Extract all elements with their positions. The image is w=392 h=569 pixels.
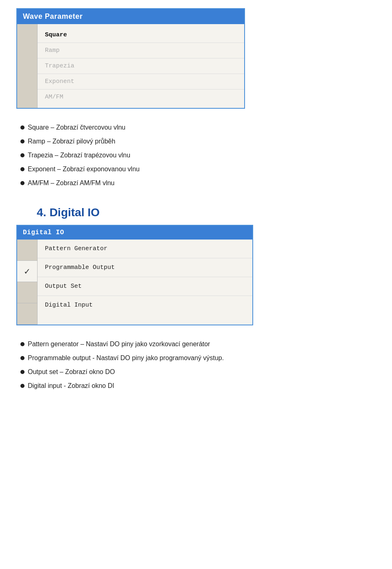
digital-io-sidebar — [17, 240, 38, 325]
bullet-dot — [20, 356, 24, 360]
wave-parameter-item[interactable]: AM/FM — [38, 90, 244, 105]
bottom-bullet-text: Pattern generator – Nastaví DO piny jako… — [28, 338, 210, 351]
bullet-item: Ramp – Zobrazí pilový průběh — [20, 135, 376, 148]
bullet-dot — [20, 153, 24, 157]
bullet-dot — [20, 167, 24, 171]
bottom-bullet-text: Output set – Zobrazí okno DO — [28, 365, 115, 379]
wave-parameter-sidebar — [17, 24, 38, 108]
bullet-dot — [20, 139, 24, 143]
digital-io-item[interactable]: Programmable Output — [38, 258, 252, 277]
bottom-bullet-text: Digital input - Zobrazí okno DI — [28, 379, 114, 392]
wave-parameter-header: Wave Parameter — [17, 9, 244, 24]
sidebar-cell — [17, 240, 37, 261]
bullet-item: Square – Zobrazí čtvercovou vlnu — [20, 121, 376, 134]
bullet-dot — [20, 342, 24, 346]
bullet-text: Exponent – Zobrazí exponovanou vlnu — [28, 163, 140, 176]
bottom-bullet-item: Pattern generator – Nastaví DO piny jako… — [20, 338, 376, 351]
bullet-dot — [20, 125, 24, 130]
wave-parameter-body: SquareRampTrapeziaExponentAM/FM — [17, 24, 244, 108]
wave-parameter-bullets: Square – Zobrazí čtvercovou vlnuRamp – Z… — [20, 121, 376, 190]
digital-io-header: Digital IO — [17, 226, 252, 240]
bullet-item: Exponent – Zobrazí exponovanou vlnu — [20, 163, 376, 176]
bullet-dot — [20, 384, 24, 388]
bottom-bullet-item: Programmable output - Nastaví DO piny ja… — [20, 352, 376, 365]
bullet-dot — [20, 370, 24, 374]
bottom-bullet-item: Digital input - Zobrazí okno DI — [20, 379, 376, 392]
bottom-bullet-item: Output set – Zobrazí okno DO — [20, 365, 376, 379]
bullet-text: Ramp – Zobrazí pilový průběh — [28, 135, 115, 148]
digital-io-heading: 4. Digital IO — [37, 206, 376, 219]
sidebar-cell — [17, 282, 37, 303]
digital-io-item[interactable]: Digital Input — [38, 296, 252, 314]
bottom-bullet-text: Programmable output - Nastaví DO piny ja… — [28, 352, 224, 365]
wave-parameter-items: SquareRampTrapeziaExponentAM/FM — [38, 24, 244, 108]
digital-io-body: Pattern GeneratorProgrammable OutputOutp… — [17, 240, 252, 325]
wave-parameter-item[interactable]: Square — [38, 27, 244, 43]
digital-io-item[interactable]: Pattern Generator — [38, 240, 252, 258]
wave-parameter-item[interactable]: Trapezia — [38, 58, 244, 74]
sidebar-cell — [17, 303, 37, 325]
bullet-dot — [20, 181, 24, 185]
wave-parameter-item[interactable]: Exponent — [38, 74, 244, 90]
bullet-text: Trapezia – Zobrazí trapézovou vlnu — [28, 149, 130, 162]
bullet-item: Trapezia – Zobrazí trapézovou vlnu — [20, 149, 376, 162]
digital-io-panel: Digital IO Pattern GeneratorProgrammable… — [16, 225, 253, 325]
bullet-item: AM/FM – Zobrazí AM/FM vlnu — [20, 177, 376, 190]
digital-io-bullets: Pattern generator – Nastaví DO piny jako… — [20, 338, 376, 392]
sidebar-cell — [17, 261, 37, 282]
wave-parameter-panel: Wave Parameter SquareRampTrapeziaExponen… — [16, 8, 245, 109]
digital-io-items: Pattern GeneratorProgrammable OutputOutp… — [38, 240, 252, 325]
digital-io-item[interactable]: Output Set — [38, 277, 252, 296]
bullet-text: Square – Zobrazí čtvercovou vlnu — [28, 121, 125, 134]
bullet-text: AM/FM – Zobrazí AM/FM vlnu — [28, 177, 114, 190]
wave-parameter-item[interactable]: Ramp — [38, 43, 244, 58]
